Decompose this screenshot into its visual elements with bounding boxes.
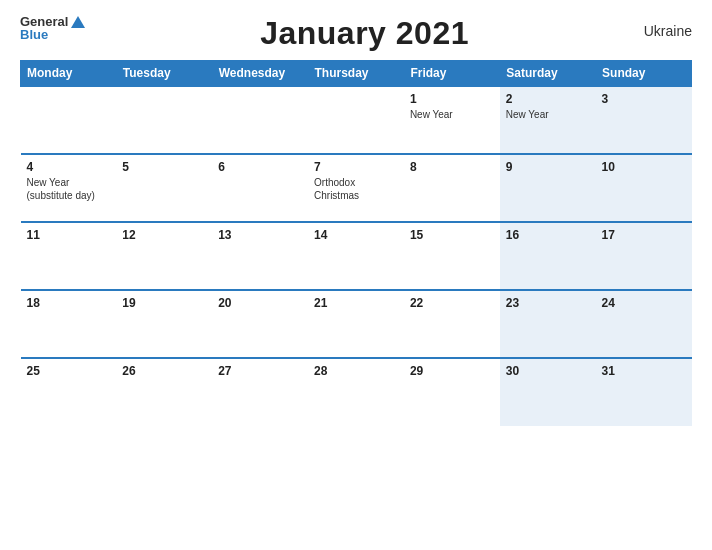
- day-number: 25: [27, 364, 111, 378]
- calendar-week-row: 25262728293031: [21, 358, 692, 426]
- day-number: 13: [218, 228, 302, 242]
- calendar-cell: 17: [596, 222, 692, 290]
- day-number: 7: [314, 160, 398, 174]
- calendar-cell: 9: [500, 154, 596, 222]
- header-monday: Monday: [21, 61, 117, 87]
- logo-blue-text: Blue: [20, 28, 48, 41]
- weekday-header-row: Monday Tuesday Wednesday Thursday Friday…: [21, 61, 692, 87]
- header-friday: Friday: [404, 61, 500, 87]
- calendar-cell: 16: [500, 222, 596, 290]
- day-number: 5: [122, 160, 206, 174]
- calendar-cell: 10: [596, 154, 692, 222]
- day-number: 22: [410, 296, 494, 310]
- calendar-cell: [116, 86, 212, 154]
- calendar-table: Monday Tuesday Wednesday Thursday Friday…: [20, 60, 692, 426]
- day-number: 20: [218, 296, 302, 310]
- calendar-title: January 2021: [260, 15, 469, 51]
- day-number: 11: [27, 228, 111, 242]
- calendar-cell: 15: [404, 222, 500, 290]
- calendar-cell: 7Orthodox Christmas: [308, 154, 404, 222]
- calendar-cell: 2New Year: [500, 86, 596, 154]
- day-number: 1: [410, 92, 494, 106]
- calendar-cell: 30: [500, 358, 596, 426]
- calendar-cell: 21: [308, 290, 404, 358]
- calendar-cell: [21, 86, 117, 154]
- calendar-cell: 11: [21, 222, 117, 290]
- day-number: 2: [506, 92, 590, 106]
- day-number: 6: [218, 160, 302, 174]
- calendar-cell: 8: [404, 154, 500, 222]
- calendar-cell: 26: [116, 358, 212, 426]
- header-saturday: Saturday: [500, 61, 596, 87]
- calendar-cell: [212, 86, 308, 154]
- day-number: 14: [314, 228, 398, 242]
- holiday-label: New Year (substitute day): [27, 176, 111, 202]
- day-number: 10: [602, 160, 686, 174]
- day-number: 31: [602, 364, 686, 378]
- day-number: 27: [218, 364, 302, 378]
- calendar-cell: 24: [596, 290, 692, 358]
- holiday-label: New Year: [410, 108, 494, 121]
- day-number: 21: [314, 296, 398, 310]
- calendar-cell: 25: [21, 358, 117, 426]
- holiday-label: New Year: [506, 108, 590, 121]
- calendar-cell: 29: [404, 358, 500, 426]
- day-number: 29: [410, 364, 494, 378]
- calendar-cell: 27: [212, 358, 308, 426]
- day-number: 4: [27, 160, 111, 174]
- calendar-cell: 18: [21, 290, 117, 358]
- day-number: 24: [602, 296, 686, 310]
- calendar-cell: 28: [308, 358, 404, 426]
- calendar-cell: 31: [596, 358, 692, 426]
- day-number: 28: [314, 364, 398, 378]
- calendar-cell: 22: [404, 290, 500, 358]
- header: General Blue January 2021 Ukraine: [20, 15, 692, 52]
- header-tuesday: Tuesday: [116, 61, 212, 87]
- calendar-week-row: 1New Year2New Year3: [21, 86, 692, 154]
- calendar-cell: 6: [212, 154, 308, 222]
- calendar-cell: 1New Year: [404, 86, 500, 154]
- calendar-week-row: 18192021222324: [21, 290, 692, 358]
- calendar-cell: 13: [212, 222, 308, 290]
- day-number: 3: [602, 92, 686, 106]
- calendar-cell: 4New Year (substitute day): [21, 154, 117, 222]
- day-number: 30: [506, 364, 590, 378]
- calendar-title-area: January 2021: [85, 15, 643, 52]
- header-sunday: Sunday: [596, 61, 692, 87]
- calendar-cell: 12: [116, 222, 212, 290]
- calendar-week-row: 4New Year (substitute day)567Orthodox Ch…: [21, 154, 692, 222]
- calendar-cell: 5: [116, 154, 212, 222]
- calendar-page: General Blue January 2021 Ukraine Monday…: [0, 0, 712, 550]
- header-thursday: Thursday: [308, 61, 404, 87]
- calendar-cell: 19: [116, 290, 212, 358]
- day-number: 8: [410, 160, 494, 174]
- calendar-week-row: 11121314151617: [21, 222, 692, 290]
- calendar-cell: [308, 86, 404, 154]
- logo: General Blue: [20, 15, 85, 41]
- day-number: 15: [410, 228, 494, 242]
- logo-triangle-icon: [71, 16, 85, 28]
- day-number: 26: [122, 364, 206, 378]
- day-number: 23: [506, 296, 590, 310]
- day-number: 19: [122, 296, 206, 310]
- calendar-cell: 3: [596, 86, 692, 154]
- header-wednesday: Wednesday: [212, 61, 308, 87]
- day-number: 18: [27, 296, 111, 310]
- calendar-cell: 20: [212, 290, 308, 358]
- day-number: 16: [506, 228, 590, 242]
- day-number: 17: [602, 228, 686, 242]
- day-number: 9: [506, 160, 590, 174]
- holiday-label: Orthodox Christmas: [314, 176, 398, 202]
- country-label: Ukraine: [644, 15, 692, 39]
- day-number: 12: [122, 228, 206, 242]
- calendar-cell: 23: [500, 290, 596, 358]
- calendar-cell: 14: [308, 222, 404, 290]
